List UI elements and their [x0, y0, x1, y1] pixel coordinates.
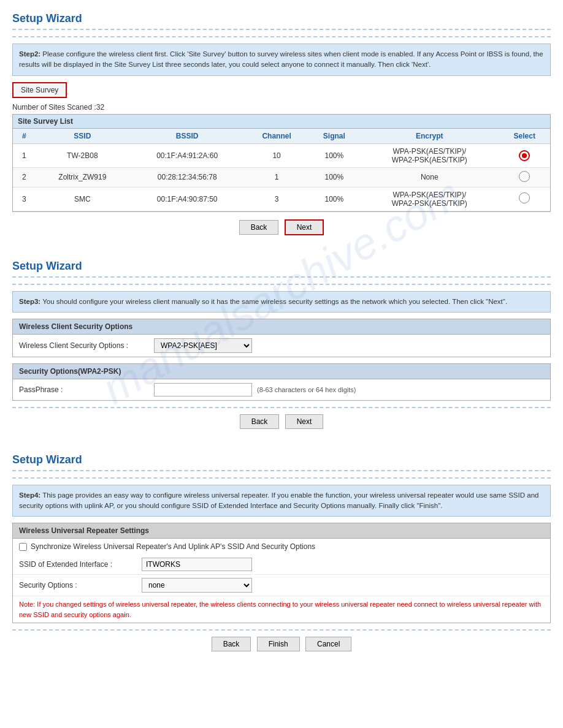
section1-btn-row: Back Next	[12, 219, 551, 235]
passphrase-hint: (8-63 characters or 64 hex digits)	[257, 386, 356, 393]
passphrase-row: PassPhrase : (8-63 characters or 64 hex …	[13, 379, 550, 400]
scanned-count: 32	[96, 103, 104, 112]
step3-info: Step3: You should configure your wireles…	[12, 291, 551, 313]
section2-btn-row: Back Next	[12, 414, 551, 429]
step4-text: This page provides an easy way to config…	[19, 491, 538, 509]
survey-table-label: Site Survey List	[13, 115, 550, 129]
security-options-header: Wireless Client Security Options	[13, 319, 550, 335]
row1-bssid: 00:1F:A4:91:2A:60	[129, 143, 245, 167]
sync-checkbox-row[interactable]: Synchronize Wireless Universal Repeater'…	[13, 539, 550, 555]
step3-text: You should configure your wireless clien…	[42, 298, 507, 305]
table-row: 2 Zoltrix_ZW919 00:28:12:34:56:78 1 100%…	[13, 167, 550, 187]
section1-next-button[interactable]: Next	[285, 219, 324, 235]
section2-next-button[interactable]: Next	[285, 414, 324, 429]
separator4	[12, 477, 551, 479]
section1-title: Setup Wizard	[12, 12, 551, 30]
repeater-header: Wireless Universal Repeater Settings	[13, 523, 550, 539]
wireless-security-section: Wireless Client Security Options Wireles…	[12, 319, 551, 357]
section2-title: Setup Wizard	[12, 260, 551, 278]
radio-selected-icon[interactable]	[519, 150, 530, 161]
passphrase-label: PassPhrase :	[19, 385, 154, 394]
section3: Setup Wizard Step4: This page provides a…	[12, 453, 551, 652]
ssid-extended-label: SSID of Extended Interface :	[19, 560, 142, 569]
security-options-row: Wireless Client Security Options : WPA2-…	[13, 335, 550, 357]
row3-select[interactable]	[499, 187, 550, 211]
section3-finish-button[interactable]: Finish	[257, 637, 300, 651]
sync-checkbox-label: Synchronize Wireless Universal Repeater'…	[31, 542, 315, 551]
row2-select[interactable]	[499, 167, 550, 187]
repeater-note: Note: If you changed settings of wireles…	[13, 596, 550, 623]
row2-bssid: 00:28:12:34:56:78	[129, 167, 245, 187]
step4-label: Step4:	[19, 491, 40, 499]
row2-encrypt: None	[360, 167, 499, 187]
security-options-label: Wireless Client Security Options :	[19, 341, 154, 350]
section3-btn-row: Back Finish Cancel	[12, 637, 551, 651]
table-row: 1 TW-2B08 00:1F:A4:91:2A:60 10 100% WPA-…	[13, 143, 550, 167]
row1-num: 1	[13, 143, 36, 167]
wpa2-section: Security Options(WPA2-PSK) PassPhrase : …	[12, 363, 551, 401]
site-survey-button[interactable]: Site Survey	[12, 82, 67, 98]
row2-signal: 100%	[308, 167, 361, 187]
row1-select[interactable]	[499, 143, 550, 167]
step2-text: Please configure the wireless client fir…	[19, 50, 543, 68]
row1-channel: 10	[245, 143, 308, 167]
wpa2-header: Security Options(WPA2-PSK)	[13, 364, 550, 379]
row2-channel: 1	[245, 167, 308, 187]
section3-title: Setup Wizard	[12, 453, 551, 471]
sync-checkbox[interactable]	[19, 543, 27, 551]
separator1	[12, 36, 551, 37]
col-channel: Channel	[245, 129, 308, 144]
ssid-extended-input[interactable]	[142, 558, 252, 571]
section2: Setup Wizard Step3: You should configure…	[12, 260, 551, 429]
separator5	[12, 629, 551, 631]
row3-signal: 100%	[308, 187, 361, 211]
passphrase-input[interactable]	[154, 383, 252, 396]
repeater-settings-table: Wireless Universal Repeater Settings Syn…	[12, 523, 551, 623]
section1-back-button[interactable]: Back	[239, 220, 279, 235]
row3-channel: 3	[245, 187, 308, 211]
col-bssid: BSSID	[129, 129, 245, 144]
section3-back-button[interactable]: Back	[212, 637, 251, 651]
section1: Setup Wizard Step2: Please configure the…	[12, 12, 551, 235]
row3-num: 3	[13, 187, 36, 211]
survey-table: # SSID BSSID Channel Signal Encrypt Sele…	[13, 129, 550, 211]
table-row: 3 SMC 00:1F:A4:90:87:50 3 100% WPA-PSK(A…	[13, 187, 550, 211]
step2-info: Step2: Please configure the wireless cli…	[12, 44, 551, 76]
section3-cancel-button[interactable]: Cancel	[305, 637, 351, 651]
row3-ssid: SMC	[36, 187, 129, 211]
separator2	[12, 284, 551, 285]
security-options-select[interactable]: WPA2-PSK[AES] WPA-PSK[TKIP] WPA-PSK[AES]…	[154, 338, 252, 353]
row1-signal: 100%	[308, 143, 361, 167]
scanned-label: Number of Sites Scaned :	[12, 103, 96, 112]
security-options-repeater-label: Security Options :	[19, 581, 142, 590]
row3-bssid: 00:1F:A4:90:87:50	[129, 187, 245, 211]
row3-encrypt: WPA-PSK(AES/TKIP)/WPA2-PSK(AES/TKIP)	[360, 187, 499, 211]
row1-ssid: TW-2B08	[36, 143, 129, 167]
col-num: #	[13, 129, 36, 144]
radio-empty-icon[interactable]	[519, 171, 530, 182]
col-encrypt: Encrypt	[360, 129, 499, 144]
separator3	[12, 407, 551, 408]
section2-back-button[interactable]: Back	[240, 414, 280, 429]
row1-encrypt: WPA-PSK(AES/TKIP)/WPA2-PSK(AES/TKIP)	[360, 143, 499, 167]
step3-label: Step3:	[19, 298, 40, 305]
col-ssid: SSID	[36, 129, 129, 144]
radio-selected-inner	[522, 153, 527, 158]
col-signal: Signal	[308, 129, 361, 144]
step4-info: Step4: This page provides an easy way to…	[12, 485, 551, 517]
radio-empty-icon[interactable]	[519, 192, 530, 203]
security-options-repeater-select[interactable]: none WPA-PSK WPA2-PSK	[142, 578, 252, 593]
row2-ssid: Zoltrix_ZW919	[36, 167, 129, 187]
scanned-info: Number of Sites Scaned :32	[12, 103, 551, 112]
security-options-repeater-row: Security Options : none WPA-PSK WPA2-PSK	[13, 575, 550, 596]
row2-num: 2	[13, 167, 36, 187]
survey-table-container: Site Survey List # SSID BSSID Channel Si…	[12, 114, 551, 212]
ssid-extended-row: SSID of Extended Interface :	[13, 555, 550, 575]
col-select: Select	[499, 129, 550, 144]
step2-label: Step2:	[19, 50, 40, 58]
